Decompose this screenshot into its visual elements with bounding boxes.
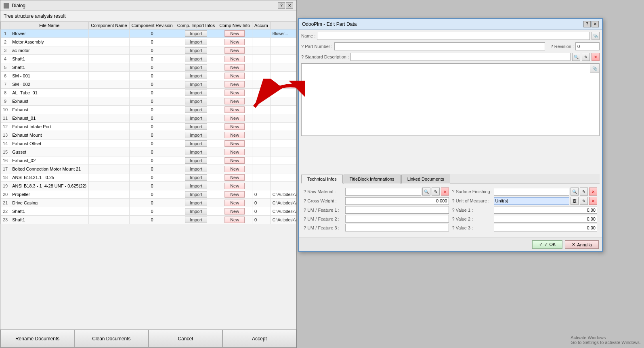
table-row[interactable]: 21Drive Casing0ImportNew0C:\Autodesk\aut… bbox=[1, 199, 297, 207]
stddesc-search-button[interactable]: 🔍 bbox=[572, 53, 580, 61]
import-button[interactable]: Import bbox=[185, 183, 207, 189]
import-button[interactable]: Import bbox=[185, 157, 207, 164]
import-button[interactable]: Import bbox=[185, 174, 207, 181]
table-row[interactable]: 4Shaft10ImportNew bbox=[1, 55, 297, 63]
table-row[interactable]: 22Shaft10ImportNew0C:\Autodesk\autodesk_… bbox=[1, 207, 297, 216]
partnumber-input[interactable] bbox=[334, 42, 545, 50]
raw-material-search[interactable]: 🔍 bbox=[422, 188, 430, 196]
new-button[interactable]: New bbox=[224, 166, 245, 172]
table-row[interactable]: 13Exhaust Mount0ImportNew bbox=[1, 131, 297, 140]
import-button[interactable]: Import bbox=[185, 47, 207, 54]
raw-material-edit[interactable]: ✎ bbox=[432, 188, 440, 196]
new-button[interactable]: New bbox=[224, 183, 245, 189]
new-button[interactable]: New bbox=[224, 90, 245, 96]
value1-input[interactable] bbox=[494, 206, 598, 214]
import-button[interactable]: Import bbox=[185, 39, 207, 45]
stddesc-input[interactable] bbox=[350, 53, 571, 61]
uom-edit[interactable]: ✎ bbox=[580, 197, 588, 205]
close-button[interactable]: ✕ bbox=[286, 2, 293, 9]
import-button[interactable]: Import bbox=[185, 81, 207, 88]
new-button[interactable]: New bbox=[224, 106, 245, 113]
new-button[interactable]: New bbox=[224, 217, 245, 223]
table-row[interactable]: 17Bolted Connection Motor Mount 210Impor… bbox=[1, 165, 297, 173]
table-row[interactable]: 3ac-motor0ImportNew bbox=[1, 46, 297, 55]
table-row[interactable]: 11Exhaust_010ImportNew bbox=[1, 114, 297, 123]
table-row[interactable]: 9Exhaust0ImportNew bbox=[1, 97, 297, 106]
table-row[interactable]: 12Exhaust Intake Port0ImportNew bbox=[1, 123, 297, 131]
stddesc-edit-button[interactable]: ✎ bbox=[582, 53, 590, 61]
new-button[interactable]: New bbox=[224, 81, 245, 88]
raw-material-clear[interactable]: ✕ bbox=[441, 188, 449, 196]
surface-finishing-input[interactable] bbox=[494, 188, 569, 196]
new-button[interactable]: New bbox=[224, 123, 245, 130]
new-button[interactable]: New bbox=[224, 73, 245, 79]
new-button[interactable]: New bbox=[224, 132, 245, 138]
name-input[interactable] bbox=[317, 32, 590, 40]
import-button[interactable]: Import bbox=[185, 200, 207, 206]
new-button[interactable]: New bbox=[224, 191, 245, 198]
value3-input[interactable] bbox=[494, 224, 598, 231]
tab-linked-docs[interactable]: Linked Documents bbox=[401, 175, 450, 183]
import-button[interactable]: Import bbox=[185, 166, 207, 172]
table-row[interactable]: 1Blower0ImportNewBlower... bbox=[1, 29, 297, 38]
surface-search[interactable]: 🔍 bbox=[571, 188, 579, 196]
surface-edit[interactable]: ✎ bbox=[580, 188, 588, 196]
new-button[interactable]: New bbox=[224, 64, 245, 71]
import-button[interactable]: Import bbox=[185, 140, 207, 147]
description-textarea[interactable] bbox=[301, 63, 600, 136]
um-feature2-input[interactable] bbox=[345, 215, 449, 223]
um-feature1-input[interactable] bbox=[345, 206, 449, 214]
new-button[interactable]: New bbox=[224, 174, 245, 181]
new-button[interactable]: New bbox=[224, 140, 245, 147]
clean-documents-button[interactable]: Clean Documents bbox=[74, 330, 148, 348]
help-button[interactable]: ? bbox=[278, 2, 285, 9]
new-button[interactable]: New bbox=[224, 157, 245, 164]
import-button[interactable]: Import bbox=[185, 208, 207, 215]
table-row[interactable]: 8AL_Tube_010ImportNew bbox=[1, 89, 297, 97]
tab-technical-infos[interactable]: Technical Infos bbox=[301, 175, 343, 183]
unit-of-measure-input[interactable] bbox=[494, 197, 570, 205]
import-button[interactable]: Import bbox=[185, 191, 207, 198]
cancel-button[interactable]: Cancel bbox=[149, 330, 222, 348]
new-button[interactable]: New bbox=[224, 208, 245, 215]
table-row[interactable]: 5Shaft10ImportNew bbox=[1, 63, 297, 72]
surface-clear[interactable]: ✕ bbox=[589, 188, 597, 196]
import-button[interactable]: Import bbox=[185, 56, 207, 62]
table-row[interactable]: 2Motor Assembly0ImportNew bbox=[1, 38, 297, 46]
tab-titleblock[interactable]: TitleBlock Informations bbox=[344, 175, 401, 183]
new-button[interactable]: New bbox=[224, 115, 245, 121]
edit-close-button[interactable]: ✕ bbox=[592, 21, 599, 27]
new-button[interactable]: New bbox=[224, 30, 245, 37]
import-button[interactable]: Import bbox=[185, 115, 207, 121]
stddesc-clear-button[interactable]: ✕ bbox=[592, 53, 600, 61]
import-button[interactable]: Import bbox=[185, 64, 207, 71]
uom-clear[interactable]: ✕ bbox=[589, 197, 597, 205]
ok-button[interactable]: ✓ ✓ OK bbox=[532, 240, 562, 249]
table-row[interactable]: 14Exhaust Offset0ImportNew bbox=[1, 140, 297, 148]
import-button[interactable]: Import bbox=[185, 30, 207, 37]
new-button[interactable]: New bbox=[224, 149, 245, 155]
new-button[interactable]: New bbox=[224, 47, 245, 54]
table-row[interactable]: 23Shaft10ImportNew0C:\Autodesk\autodesk_… bbox=[1, 216, 297, 224]
rename-documents-button[interactable]: Rename Documents bbox=[0, 330, 74, 348]
import-button[interactable]: Import bbox=[185, 149, 207, 155]
import-button[interactable]: Import bbox=[185, 98, 207, 104]
accept-button[interactable]: Accept bbox=[222, 330, 296, 348]
new-button[interactable]: New bbox=[224, 98, 245, 104]
annulla-button[interactable]: ✕ Annulla bbox=[565, 240, 599, 249]
import-button[interactable]: Import bbox=[185, 106, 207, 113]
table-row[interactable]: 20Propeller0ImportNew0C:\Autodesk\autode… bbox=[1, 190, 297, 199]
name-icon-button[interactable]: 📎 bbox=[592, 32, 600, 40]
table-row[interactable]: 15Gusset0ImportNew bbox=[1, 148, 297, 156]
new-button[interactable]: New bbox=[224, 56, 245, 62]
raw-material-input[interactable] bbox=[345, 188, 421, 196]
table-row[interactable]: 19ANSI B18.3 - 1_4-28 UNF - 0.625(22)0Im… bbox=[1, 182, 297, 190]
um-feature3-input[interactable] bbox=[345, 224, 449, 231]
import-button[interactable]: Import bbox=[185, 123, 207, 130]
table-row[interactable]: 18ANSI B18.21.1 - 0.250ImportNew bbox=[1, 173, 297, 182]
uom-image-button[interactable]: 🖼 bbox=[571, 197, 579, 205]
table-row[interactable]: 7SM - 0020ImportNew bbox=[1, 80, 297, 89]
import-button[interactable]: Import bbox=[185, 132, 207, 138]
table-row[interactable]: 10Exhaust0ImportNew bbox=[1, 106, 297, 114]
description-side-button[interactable]: 📎 bbox=[590, 63, 600, 73]
